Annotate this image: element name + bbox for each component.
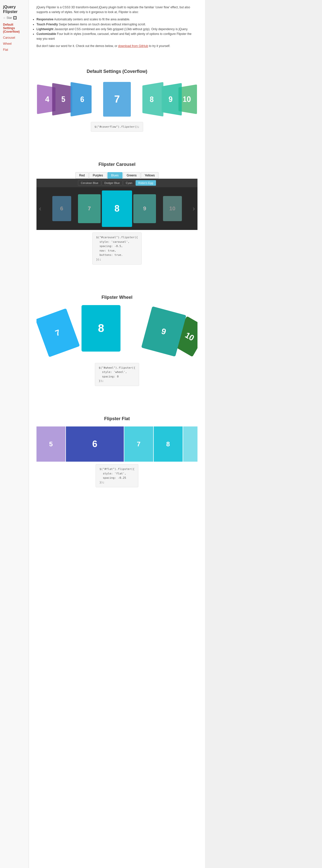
carousel-next-button[interactable]: › bbox=[190, 205, 198, 213]
carousel-tab[interactable]: Purples bbox=[89, 172, 107, 179]
coverflow-display: 45678910 bbox=[34, 79, 200, 119]
feature-item: Lightweight Javascript and CSS combined … bbox=[36, 27, 198, 32]
carousel-subtab[interactable]: Cerulean Blue bbox=[78, 180, 101, 186]
main-content: jQuery Flipster is a CSS3 3D transform-b… bbox=[29, 0, 205, 868]
wheel-display: 78910 bbox=[36, 305, 198, 360]
github-ribbon[interactable]: Fork me on GitHub bbox=[302, 0, 322, 20]
wheel-section: Flipster Wheel 78910 $("#wheel").flipste… bbox=[36, 295, 198, 386]
sidebar-item-carousel[interactable]: Carousel bbox=[0, 35, 29, 41]
flat-code: $("#flat").flipster({ style: 'flat', spa… bbox=[96, 464, 138, 487]
coverflow-code: $("#coverflow").flipster(); bbox=[91, 122, 143, 132]
star-row: ☆ Star 🔲 bbox=[0, 15, 29, 22]
carousel-code: $("#carousel").flipster({ style: 'carous… bbox=[92, 232, 142, 265]
sidebar-item-wheel[interactable]: Wheel bbox=[0, 41, 29, 47]
logo-line2: Flipster bbox=[3, 9, 26, 14]
sidebar-item-default[interactable]: Default Settings (Coverflow) bbox=[0, 22, 29, 35]
flat-card bbox=[183, 427, 198, 462]
feature-item: Responsive Automatically centers and sca… bbox=[36, 17, 198, 22]
carousel-tab[interactable]: Yellows bbox=[141, 172, 158, 179]
carousel-card: 6 bbox=[52, 196, 71, 221]
flat-section: Flipster Flat 5678 $("#flat").flipster({… bbox=[36, 416, 198, 487]
logo: jQuery Flipster bbox=[0, 2, 29, 15]
flat-card: 8 bbox=[154, 427, 183, 462]
coverflow-card: 5 bbox=[52, 83, 72, 115]
flat-display: 5678 bbox=[36, 427, 198, 462]
flat-card: 6 bbox=[66, 427, 124, 462]
coverflow-section: Default Settings (Coverflow) 45678910 $(… bbox=[36, 69, 198, 132]
carousel-subtab[interactable]: Cyan bbox=[123, 180, 135, 186]
wheel-code: $("#wheel").flipster({ style: 'wheel', s… bbox=[95, 363, 139, 386]
coverflow-card: 6 bbox=[71, 82, 92, 117]
carousel-tabs: RedPurplesBluesGreensYellows bbox=[36, 172, 198, 179]
wheel-card: 7 bbox=[36, 308, 80, 357]
carousel-subtab[interactable]: Robin's Egg bbox=[136, 180, 156, 186]
star-label: Star bbox=[6, 16, 12, 20]
carousel-display: ‹ 678910 › bbox=[36, 187, 198, 230]
sidebar-nav: Default Settings (Coverflow)CarouselWhee… bbox=[0, 22, 29, 53]
coverflow-card: 9 bbox=[162, 83, 182, 115]
github-link[interactable]: download from GitHub bbox=[118, 44, 148, 48]
flat-card: 5 bbox=[36, 427, 65, 462]
wheel-card: 8 bbox=[82, 305, 120, 351]
star-icon: ☆ bbox=[3, 16, 5, 20]
intro-text: jQuery Flipster is a CSS3 3D transform-b… bbox=[36, 5, 198, 14]
coverflow-card: 7 bbox=[103, 82, 131, 117]
feature-item: Customizable Four built in styles (cover… bbox=[36, 32, 198, 41]
star-count-icon: 🔲 bbox=[13, 16, 17, 20]
flat-title: Flipster Flat bbox=[36, 416, 198, 422]
sidebar-item-flat[interactable]: Flat bbox=[0, 47, 29, 53]
carousel-subtabs: Cerulean BlueDodger BlueCyanRobin's Egg bbox=[36, 179, 198, 187]
feature-item: Touch Friendly Swipe between items on to… bbox=[36, 22, 198, 27]
carousel-tab[interactable]: Blues bbox=[108, 172, 122, 179]
carousel-subtab[interactable]: Dodger Blue bbox=[101, 180, 122, 186]
carousel-tab[interactable]: Red bbox=[76, 172, 89, 179]
logo-line1: jQuery bbox=[3, 4, 26, 9]
flat-card: 7 bbox=[124, 427, 153, 462]
carousel-prev-button[interactable]: ‹ bbox=[36, 205, 44, 213]
carousel-card: 10 bbox=[163, 196, 182, 221]
sidebar: jQuery Flipster ☆ Star 🔲 Default Setting… bbox=[0, 0, 29, 868]
carousel-section: Flipster Carousel RedPurplesBluesGreensY… bbox=[36, 162, 198, 265]
carousel-card: 7 bbox=[78, 194, 100, 223]
wheel-title: Flipster Wheel bbox=[36, 295, 198, 300]
carousel-card: 8 bbox=[102, 190, 132, 227]
coverflow-card: 8 bbox=[142, 82, 163, 117]
carousel-title: Flipster Carousel bbox=[36, 162, 198, 167]
cta-text: But don't take our word for it. Check ou… bbox=[36, 44, 198, 49]
github-ribbon-link[interactable]: Fork me on GitHub bbox=[315, 0, 322, 3]
coverflow-title: Default Settings (Coverflow) bbox=[36, 69, 198, 74]
feature-list: Responsive Automatically centers and sca… bbox=[36, 17, 198, 41]
carousel-tab[interactable]: Greens bbox=[123, 172, 140, 179]
carousel-card: 9 bbox=[133, 194, 156, 223]
